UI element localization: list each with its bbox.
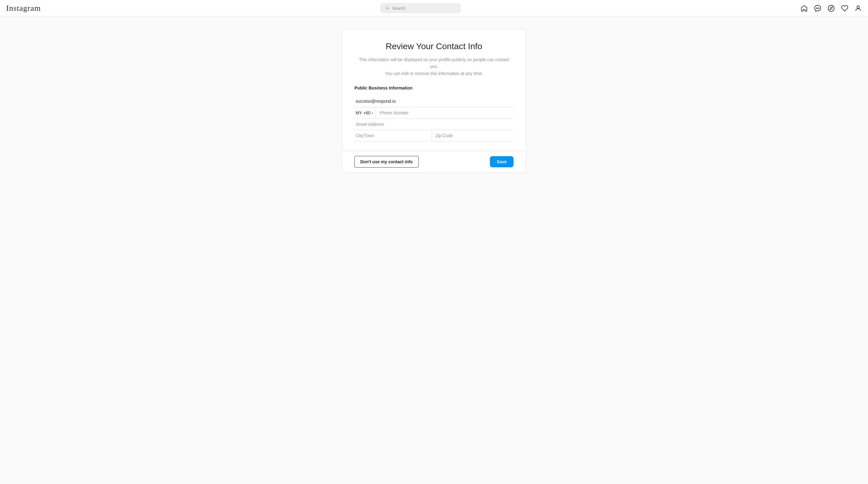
city-zip-row — [354, 130, 514, 141]
dont-use-contact-info-button[interactable]: Don't use my contact info — [354, 156, 418, 168]
search-box[interactable] — [380, 3, 460, 13]
instagram-logo: Instagram — [6, 4, 41, 13]
header-nav — [800, 5, 862, 12]
country-code-value: MY +60 — [356, 110, 370, 115]
email-field-wrapper: success@respond.io — [354, 95, 514, 107]
zip-input[interactable] — [432, 130, 514, 141]
header: Instagram — [0, 0, 868, 17]
svg-marker-3 — [830, 7, 832, 9]
search-input[interactable] — [392, 6, 456, 11]
save-button[interactable]: Save — [490, 156, 514, 167]
messenger-icon[interactable] — [814, 5, 821, 12]
search-container — [41, 3, 800, 13]
card-footer: Don't use my contact info Save — [342, 151, 526, 173]
chevron-down-icon: ▾ — [372, 111, 373, 115]
compass-icon[interactable] — [828, 5, 835, 12]
page-content: Review Your Contact Info This informatio… — [0, 17, 868, 484]
heart-icon[interactable] — [841, 5, 848, 12]
phone-input[interactable] — [376, 107, 514, 118]
section-label: Public Business Information — [354, 85, 514, 90]
email-value: success@respond.io — [356, 99, 396, 104]
svg-point-0 — [386, 6, 389, 9]
profile-icon[interactable] — [855, 5, 862, 12]
contact-info-card: Review Your Contact Info This informatio… — [342, 29, 526, 472]
city-input[interactable] — [354, 130, 432, 141]
home-icon[interactable] — [800, 5, 808, 12]
street-address-input[interactable] — [354, 119, 514, 130]
page-subtitle: This information will be displayed on yo… — [354, 56, 514, 77]
page-title: Review Your Contact Info — [354, 41, 514, 51]
svg-line-1 — [388, 9, 389, 9]
country-code-selector[interactable]: MY +60 ▾ — [354, 107, 376, 118]
svg-point-4 — [857, 6, 859, 8]
card-body: Review Your Contact Info This informatio… — [342, 29, 526, 151]
svg-point-2 — [828, 5, 834, 11]
phone-row: MY +60 ▾ — [354, 107, 514, 119]
search-icon — [385, 5, 390, 11]
